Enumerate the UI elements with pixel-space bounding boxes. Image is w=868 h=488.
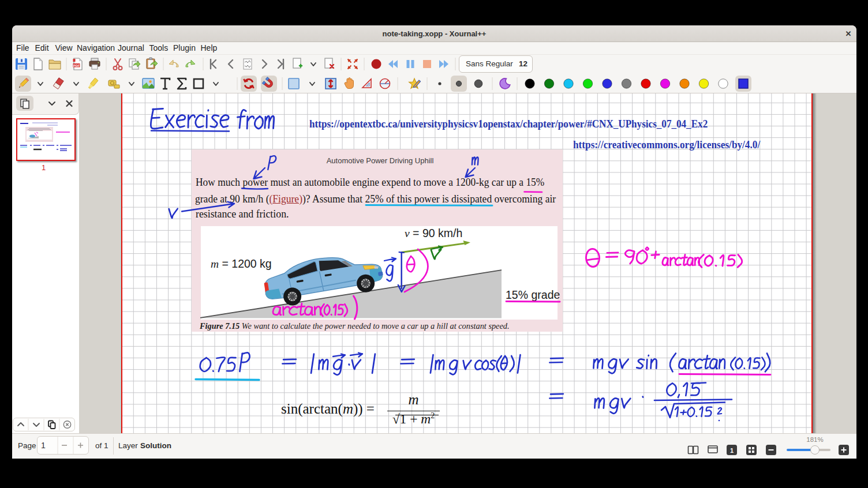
- svg-text:181%: 181%: [806, 436, 823, 443]
- svg-text:1: 1: [730, 447, 734, 454]
- svg-text:PDF: PDF: [73, 64, 80, 67]
